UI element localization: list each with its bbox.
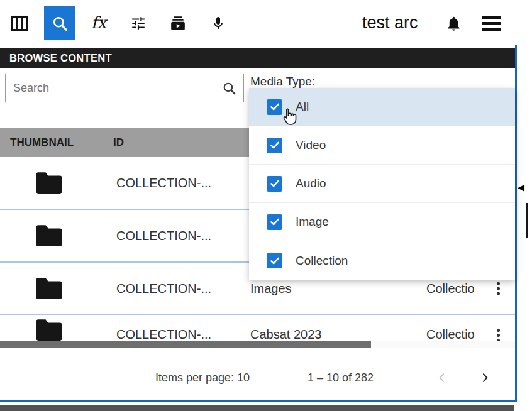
folder-icon — [35, 224, 64, 248]
filters-button[interactable] — [126, 14, 151, 33]
video-library-button[interactable] — [165, 14, 191, 33]
search-submit-button[interactable] — [218, 79, 240, 97]
checkbox-video[interactable] — [267, 138, 282, 153]
horizontal-scrollbar-track[interactable] — [0, 341, 516, 348]
frame-border-bottom — [0, 400, 517, 402]
microphone-icon — [211, 14, 226, 32]
filmstrip-icon — [11, 15, 28, 31]
cell-id: COLLECTION-... — [116, 176, 211, 190]
media-type-dropdown: All Video Audio Image Collection — [249, 88, 515, 280]
chevron-left-icon — [436, 370, 448, 385]
collapse-panel-icon[interactable]: ◀ — [518, 183, 524, 192]
magnifier-icon — [221, 80, 237, 96]
notifications-button[interactable] — [441, 12, 465, 35]
paginator: Items per page:10 1 – 10 of 282 — [0, 348, 516, 400]
cell-type: Collectio — [426, 282, 475, 296]
check-icon — [269, 101, 280, 112]
top-toolbar: fx test arc — [0, 0, 516, 45]
sliders-icon — [130, 15, 147, 31]
items-per-page-value[interactable]: 10 — [237, 371, 250, 384]
checkbox-audio[interactable] — [267, 176, 282, 192]
menu-item-collection[interactable]: Collection — [249, 241, 515, 280]
search-input[interactable] — [6, 74, 243, 102]
bottom-bar — [0, 405, 514, 411]
check-icon — [269, 255, 280, 266]
search-box — [5, 74, 244, 102]
browser-viewport: fx test arc BROWSE CONTE — [0, 0, 532, 411]
menu-item-label: Video — [296, 138, 326, 152]
row-menu-button[interactable] — [493, 278, 504, 299]
folder-icon — [35, 277, 64, 300]
menu-item-video[interactable]: Video — [249, 126, 515, 165]
items-per-page: Items per page:10 — [155, 371, 250, 385]
cell-type: Collectio — [426, 327, 475, 342]
video-library-icon — [169, 15, 187, 31]
vertical-scrollbar-thumb[interactable] — [526, 203, 528, 238]
library-button[interactable] — [8, 14, 31, 33]
check-icon — [269, 178, 280, 189]
menu-item-all[interactable]: All — [249, 88, 515, 126]
column-header-thumbnail[interactable]: THUMBNAIL — [10, 128, 74, 157]
checkbox-collection[interactable] — [267, 253, 282, 268]
folder-icon — [35, 318, 64, 342]
menu-item-label: All — [296, 100, 309, 114]
bell-icon — [445, 14, 462, 33]
cell-title: Images — [250, 282, 292, 296]
hamburger-menu-button[interactable] — [480, 15, 502, 31]
menu-item-label: Collection — [296, 254, 348, 268]
checkbox-all[interactable] — [267, 99, 282, 115]
page-range-label: 1 – 10 of 282 — [308, 371, 374, 385]
search-nav-button[interactable] — [44, 6, 75, 40]
cell-id: COLLECTION-... — [116, 327, 211, 342]
media-type-label: Media Type: — [250, 75, 315, 89]
items-per-page-label: Items per page: — [155, 371, 234, 384]
cell-title: Cabsat 2023 — [250, 327, 321, 342]
cell-id: COLLECTION-... — [116, 282, 211, 296]
cell-id: COLLECTION-... — [116, 229, 211, 243]
check-icon — [269, 216, 280, 227]
frame-border-right — [515, 45, 517, 402]
column-header-id[interactable]: ID — [113, 128, 124, 157]
app-title: test arc — [362, 13, 418, 33]
fx-icon: fx — [91, 13, 106, 32]
next-page-button[interactable] — [473, 367, 497, 388]
horizontal-scrollbar-thumb[interactable] — [0, 341, 371, 348]
effects-button[interactable]: fx — [86, 11, 111, 34]
menu-item-image[interactable]: Image — [249, 203, 515, 241]
search-icon — [52, 15, 69, 32]
menu-item-label: Audio — [296, 177, 326, 190]
menu-item-label: Image — [296, 215, 329, 229]
hamburger-icon — [482, 16, 501, 31]
menu-item-audio[interactable]: Audio — [249, 165, 515, 203]
browse-content-header: BROWSE CONTENT — [0, 48, 516, 68]
previous-page-button[interactable] — [430, 367, 454, 388]
checkbox-image[interactable] — [267, 214, 282, 230]
chevron-right-icon — [479, 370, 491, 385]
check-icon — [269, 140, 280, 151]
microphone-button[interactable] — [207, 12, 230, 35]
folder-icon — [35, 171, 64, 195]
